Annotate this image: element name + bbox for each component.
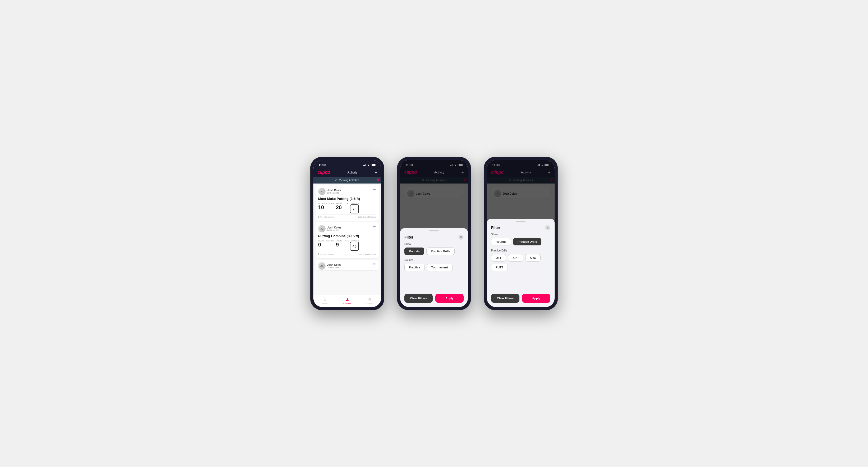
close-btn-1[interactable]: ✕ — [458, 235, 464, 240]
practice-drills-btn-1[interactable]: Practice Drills — [426, 248, 455, 255]
modal-handle-2 — [516, 221, 526, 222]
avatar-1: JC — [318, 188, 326, 195]
activities-icon-1: ♟ — [345, 297, 349, 302]
more-dots-1[interactable]: ••• — [373, 188, 376, 191]
shots-label-1: Shots — [336, 203, 342, 205]
scene: 11:33 ▲ clippd Activity — [294, 141, 574, 326]
data-source-2: Data: Clippd Capture — [358, 253, 376, 255]
show-label-1: Show — [404, 243, 464, 245]
user-name-1: Josh Coles — [327, 189, 341, 192]
putt-btn-2[interactable]: PUTT — [491, 263, 508, 271]
app-header-1: clippd Activity ≡ — [313, 168, 381, 177]
activity-card-1: JC Josh Coles 28 Feb 2023 ••• Must Make … — [315, 185, 379, 221]
filter-modal-1: Filter ✕ Show Rounds Practice Drills Rou… — [400, 228, 468, 307]
score-value-1: 10 — [318, 205, 324, 210]
status-icons-1: ▲ — [363, 164, 376, 166]
score-label-1: Score — [318, 203, 325, 205]
signal-bar-4 — [366, 164, 366, 166]
test-info-text-1: Test Information — [319, 216, 334, 218]
battery-icon-1 — [371, 164, 376, 166]
battery-fill-1 — [372, 164, 375, 166]
practice-drills-section-label-2: Practice Drills — [491, 249, 550, 252]
rounds-btn-1[interactable]: Rounds — [404, 248, 424, 255]
modal-handle-1 — [429, 230, 439, 231]
nav-capture-1[interactable]: ⊕ Capture — [359, 297, 381, 305]
info-icon-1: ℹ — [318, 216, 319, 218]
activity-title-2: Putting Combine (3-15 ft) — [318, 234, 376, 238]
phone-3: 11:33 ▲ clippd Activity — [484, 157, 558, 310]
filter-modal-overlay-1: Filter ✕ Show Rounds Practice Drills Rou… — [400, 160, 468, 307]
tournament-btn-1[interactable]: Tournament — [427, 263, 453, 271]
hamburger-icon-1[interactable]: ≡ — [375, 170, 377, 175]
apply-btn-1[interactable]: Apply — [435, 294, 464, 303]
activity-title-1: Must Make Putting (3-6 ft) — [318, 197, 376, 201]
rounds-section-label-1: Rounds — [404, 259, 464, 261]
info-icon-2: ℹ — [318, 253, 319, 255]
modal-title-2: Filter — [491, 225, 500, 230]
modal-header-2: Filter ✕ — [487, 223, 555, 233]
practice-btn-1[interactable]: Practice — [404, 263, 425, 271]
clear-filters-btn-1[interactable]: Clear Filters — [404, 294, 433, 303]
nav-home-1[interactable]: ⌂ Home — [313, 297, 336, 305]
phone-2: 11:33 ▲ clippd Activity — [397, 157, 471, 310]
shots-section-1: Shots 20 — [336, 203, 342, 211]
notch-1 — [335, 157, 359, 164]
nav-home-label-1: Home — [322, 302, 328, 305]
ott-btn-2[interactable]: OTT — [491, 254, 506, 261]
phone-1: 11:33 ▲ clippd Activity — [310, 157, 384, 310]
clear-filters-btn-2[interactable]: Clear Filters — [491, 294, 520, 303]
modal-footer-1: Clear Filters Apply — [400, 291, 468, 303]
card-footer-1: ℹ Test Information Data: Clippd Capture — [318, 214, 376, 218]
modal-title-1: Filter — [404, 235, 413, 239]
more-dots-3[interactable]: ••• — [373, 262, 376, 266]
viewing-bar-1[interactable]: ⚙ Viewing Activities — [313, 177, 381, 184]
app-btn-2[interactable]: APP — [508, 254, 523, 261]
show-label-2: Show — [491, 233, 550, 236]
signal-bar-1 — [363, 165, 364, 166]
signal-bar-2 — [364, 165, 365, 166]
test-info-text-2: Test Information — [319, 253, 334, 255]
drills-filter-buttons-2: OTT APP ARG PUTT — [491, 254, 550, 271]
score-section-1: Score 10 — [318, 203, 325, 211]
rounds-filter-buttons-1: Practice Tournament — [404, 263, 464, 271]
user-date-1: 28 Feb 2023 — [327, 192, 341, 194]
shots-section-2: Shots 9 — [336, 240, 342, 248]
arg-btn-2[interactable]: ARG — [525, 254, 540, 261]
avatar-inner-1: JC — [318, 188, 325, 195]
more-dots-2[interactable]: ••• — [373, 225, 376, 229]
filter-icon-1: ⚙ — [335, 179, 338, 182]
avatar-3: JC — [318, 262, 326, 270]
score-value-2: 0 — [318, 242, 321, 248]
apply-btn-2[interactable]: Apply — [522, 294, 550, 303]
user-name-2: Josh Coles — [327, 226, 341, 229]
shots-value-2: 9 — [336, 242, 339, 248]
user-info-3: JC Josh Coles 28 Feb 2023 — [318, 262, 341, 270]
out-of-2: OUT OF — [327, 240, 334, 242]
test-info-2: ℹ Test Information — [318, 253, 334, 255]
nav-activities-1[interactable]: ♟ Activities — [336, 297, 359, 305]
modal-body-2: Show Rounds Practice Drills Practice Dri… — [487, 233, 555, 271]
user-details-1: Josh Coles 28 Feb 2023 — [327, 189, 341, 194]
rounds-btn-2[interactable]: Rounds — [491, 238, 511, 245]
activity-card-2: JC Josh Coles 28 Feb 2023 ••• Putting Co… — [315, 222, 379, 258]
sq-badge-1: 75 — [350, 205, 359, 213]
nav-activities-label-1: Activities — [343, 303, 351, 305]
sq-section-2: Shot Quality 45 — [345, 240, 359, 251]
status-time-1: 11:33 — [319, 163, 326, 166]
phone-1-inner: 11:33 ▲ clippd Activity — [313, 160, 381, 307]
shots-label-2: Shots — [336, 240, 342, 242]
close-btn-2[interactable]: ✕ — [545, 225, 550, 230]
user-info-2: JC Josh Coles 28 Feb 2023 — [318, 225, 341, 232]
shots-value-1: 20 — [336, 205, 342, 210]
user-date-3: 28 Feb 2023 — [327, 266, 341, 269]
app-content-1[interactable]: JC Josh Coles 28 Feb 2023 ••• Must Make … — [313, 184, 381, 295]
practice-drills-btn-2[interactable]: Practice Drills — [513, 238, 541, 245]
score-section-2: Score 0 — [318, 240, 325, 248]
signal-bar-3 — [365, 164, 366, 166]
nav-capture-label-1: Capture — [366, 303, 373, 305]
activity-card-3: JC Josh Coles 28 Feb 2023 ••• — [315, 260, 379, 270]
capture-icon-1: ⊕ — [368, 297, 372, 302]
stats-row-1: Score 10 OUT OF Shots 20 Shot Quality 75 — [318, 202, 376, 213]
viewing-bar-text-1: Viewing Activities — [339, 179, 360, 182]
sq-section-1: Shot Quality 75 — [345, 203, 359, 213]
